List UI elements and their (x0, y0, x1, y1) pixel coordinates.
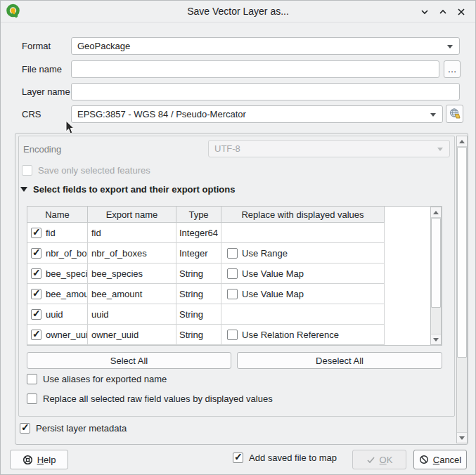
persist-metadata-checkbox[interactable] (20, 423, 30, 434)
replace-all-raw-row[interactable]: Replace all selected raw field values by… (27, 393, 273, 404)
replace-cell[interactable]: Use Range (221, 243, 385, 263)
table-row: fidfidInteger64 (27, 223, 442, 243)
header-export-name[interactable]: Export name (88, 207, 176, 223)
format-select[interactable]: GeoPackage (71, 37, 460, 55)
table-scrollbar[interactable] (430, 207, 442, 345)
save-only-selected-label: Save only selected features (38, 165, 150, 176)
triangle-up-icon (433, 211, 439, 214)
replace-all-raw-checkbox[interactable] (27, 393, 37, 404)
table-scroll-down-button[interactable] (431, 334, 441, 344)
encoding-select: UTF-8 (208, 140, 450, 157)
layer-name-input[interactable] (71, 83, 460, 100)
use-aliases-checkbox[interactable] (27, 374, 37, 384)
use-aliases-row[interactable]: Use aliases for exported name (27, 374, 167, 384)
table-row: nbr_of_boxesnbr_of_boxesIntegerUse Range (27, 243, 442, 263)
save-only-selected-row: Save only selected features (22, 165, 150, 176)
table-row: uuiduuidString (27, 304, 442, 325)
outer-scrollbar[interactable] (456, 136, 468, 443)
field-checkbox[interactable] (31, 228, 41, 238)
format-label: Format (22, 41, 51, 51)
add-saved-file-checkbox[interactable] (233, 453, 243, 463)
encoding-value: UTF-8 (214, 143, 240, 154)
field-name-cell[interactable]: nbr_of_boxes (27, 243, 88, 263)
window-title: Save Vector Layer as... (1, 6, 475, 17)
table-row: bee_speciesbee_speciesStringUse Value Ma… (27, 263, 442, 284)
titlebar[interactable]: Save Vector Layer as... (1, 1, 475, 22)
type-cell: String (176, 304, 221, 325)
field-name-label: bee_amount (46, 289, 88, 299)
export-name-cell[interactable]: uuid (88, 304, 176, 325)
table-scrollbar-thumb[interactable] (431, 218, 441, 308)
save-only-selected-checkbox (22, 165, 32, 176)
replace-option-label: Use Value Map (242, 268, 304, 279)
file-name-input[interactable] (71, 60, 439, 78)
scroll-up-button[interactable] (457, 136, 467, 147)
cancel-button[interactable]: Cancel (413, 450, 467, 469)
file-name-label: File name (22, 64, 62, 74)
field-name-cell[interactable]: bee_amount (27, 284, 88, 304)
window-maximize-button[interactable] (437, 6, 449, 18)
add-saved-file-row[interactable]: Add saved file to map (233, 453, 337, 463)
triangle-up-icon (459, 140, 465, 143)
header-replace[interactable]: Replace with displayed values (221, 207, 385, 223)
field-checkbox[interactable] (31, 268, 41, 279)
header-type[interactable]: Type (176, 207, 221, 223)
replace-option-checkbox[interactable] (227, 268, 238, 279)
window-shade-button[interactable] (419, 6, 430, 18)
field-checkbox[interactable] (31, 248, 41, 259)
header-name[interactable]: Name (27, 207, 88, 223)
window-close-button[interactable] (456, 6, 467, 18)
help-button[interactable]: Help (10, 450, 68, 469)
field-name-cell[interactable]: fid (27, 223, 88, 243)
export-name-cell[interactable]: bee_amount (88, 284, 176, 304)
field-name-label: nbr_of_boxes (46, 248, 88, 259)
select-crs-button[interactable] (446, 105, 463, 123)
help-label: Help (37, 455, 56, 465)
field-name-label: bee_species (46, 268, 88, 279)
deselect-all-label: Deselect All (316, 356, 364, 366)
lifebuoy-icon (22, 455, 33, 465)
ellipsis-icon: … (448, 64, 457, 74)
triangle-down-icon (433, 338, 439, 341)
cancel-label: Cancel (433, 455, 461, 465)
export-name-cell[interactable]: owner_uuid (88, 325, 176, 345)
field-checkbox[interactable] (31, 289, 41, 299)
field-name-cell[interactable]: bee_species (27, 263, 88, 284)
fields-section-header[interactable]: Select fields to export and their export… (20, 184, 236, 195)
replace-cell[interactable]: Use Value Map (221, 263, 385, 284)
format-value: GeoPackage (77, 41, 130, 51)
crs-select[interactable]: EPSG:3857 - WGS 84 / Pseudo-Mercator (71, 105, 443, 123)
field-checkbox[interactable] (31, 309, 41, 320)
persist-metadata-label: Persist layer metadata (36, 423, 127, 434)
check-icon (366, 455, 375, 464)
browse-button[interactable]: … (444, 60, 461, 78)
export-name-cell[interactable]: nbr_of_boxes (88, 243, 176, 263)
table-scroll-up-button[interactable] (431, 207, 441, 218)
triangle-down-icon (20, 187, 27, 192)
replace-option-checkbox[interactable] (227, 248, 238, 259)
triangle-down-icon (459, 436, 465, 440)
table-row: bee_amountbee_amountStringUse Value Map (27, 284, 442, 304)
chevron-down-icon (420, 7, 430, 17)
fields-section-label: Select fields to export and their export… (33, 184, 236, 195)
type-cell: String (176, 325, 221, 345)
deselect-all-button[interactable]: Deselect All (237, 352, 442, 369)
type-cell: Integer (176, 243, 221, 263)
replace-cell[interactable]: Use Relation Reference (221, 325, 385, 345)
scrollbar-thumb[interactable] (457, 147, 467, 358)
table-row: owner_uuidowner_uuidStringUse Relation R… (27, 325, 442, 345)
field-name-cell[interactable]: owner_uuid (27, 325, 88, 345)
field-name-cell[interactable]: uuid (27, 304, 88, 325)
export-name-cell[interactable]: bee_species (88, 263, 176, 284)
replace-option-checkbox[interactable] (227, 330, 238, 340)
persist-metadata-row[interactable]: Persist layer metadata (20, 423, 127, 434)
replace-option-label: Use Relation Reference (242, 330, 339, 340)
add-saved-file-label: Add saved file to map (249, 453, 337, 463)
select-all-button[interactable]: Select All (27, 352, 231, 369)
replace-option-checkbox[interactable] (227, 289, 238, 299)
scroll-down-button[interactable] (457, 432, 467, 443)
export-name-cell[interactable]: fid (88, 223, 176, 243)
field-checkbox[interactable] (31, 330, 41, 340)
field-name-label: owner_uuid (46, 330, 88, 340)
replace-cell[interactable]: Use Value Map (221, 284, 385, 304)
